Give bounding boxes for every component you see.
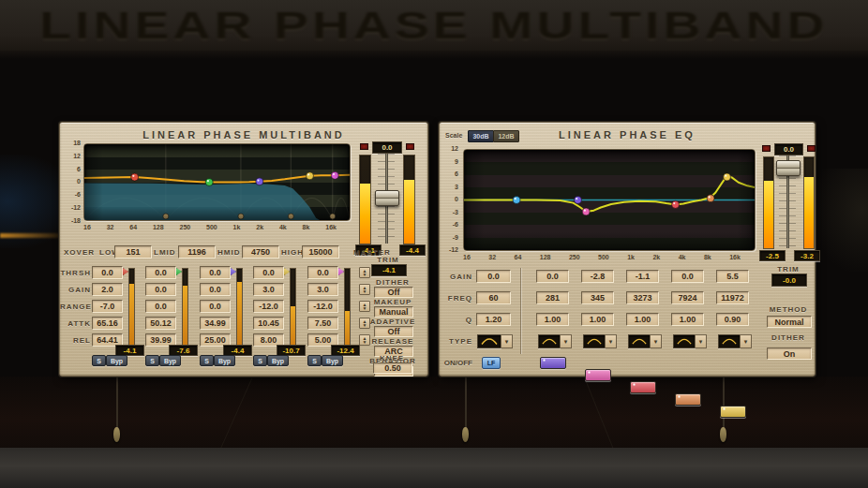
eq-response-curve[interactable] [464, 150, 755, 250]
eq-band3-q[interactable]: 1.00 [626, 313, 659, 326]
band4-solo-button[interactable]: S [253, 355, 267, 366]
eq-band1-q[interactable]: 1.00 [536, 313, 569, 326]
scale-12db-button[interactable]: 12dB [493, 130, 519, 142]
band1-bypass-button[interactable]: Byp [106, 355, 127, 366]
xover-hmid-value[interactable]: 4750 [242, 245, 279, 259]
scale-30db-button[interactable]: 30dB [468, 130, 494, 142]
eq-band1-onoff-button[interactable] [540, 357, 566, 369]
mb-graph-plot[interactable] [83, 143, 351, 221]
band2-bypass-button[interactable]: Byp [159, 355, 181, 366]
band5-solo-button[interactable]: S [307, 355, 322, 366]
eq-band3-freq[interactable]: 3273 [626, 291, 659, 304]
xover-low-value[interactable]: 151 [114, 245, 152, 259]
clip-led-left[interactable] [762, 145, 771, 152]
eq-band5-freq[interactable]: 11972 [716, 291, 749, 304]
xover-high-value[interactable]: 15000 [302, 245, 339, 259]
band3-range[interactable]: 0.0 [200, 300, 231, 313]
band3-bypass-button[interactable]: Byp [214, 355, 235, 366]
lf-gain[interactable]: 0.0 [476, 270, 511, 283]
eq-band3-type-dropdown[interactable]: ▼ [650, 334, 662, 348]
band1-attk[interactable]: 65.16 [92, 317, 123, 330]
eq-band4-q[interactable]: 1.00 [671, 313, 704, 326]
master-meter-right [403, 155, 415, 244]
eq-band2-freq[interactable]: 345 [581, 291, 614, 304]
lf-onoff-button[interactable]: LF [482, 357, 501, 369]
band1-range[interactable]: -7.0 [92, 300, 123, 313]
eq-band4-type-dropdown[interactable]: ▼ [695, 334, 707, 348]
band5-range[interactable]: -12.0 [307, 300, 338, 313]
band2-range[interactable]: 0.0 [145, 300, 176, 313]
band3-thrsh[interactable]: 0.0 [200, 266, 231, 279]
eq-band2-type-display[interactable] [583, 334, 606, 348]
clip-led-right[interactable] [406, 143, 414, 150]
lf-type-dropdown[interactable]: ▼ [501, 334, 513, 348]
mb-response-curve[interactable] [84, 144, 350, 220]
eq-band4-gain[interactable]: 0.0 [671, 270, 704, 283]
eq-band3-type-display[interactable] [628, 334, 651, 348]
xover-lmid-value[interactable]: 1196 [178, 245, 216, 259]
band4-range[interactable]: -12.0 [253, 300, 284, 313]
band5-gain[interactable]: 3.0 [307, 283, 338, 296]
master-fader-value[interactable]: 0.0 [774, 143, 803, 155]
eq-band4-freq[interactable]: 7924 [671, 291, 704, 304]
band3-solo-button[interactable]: S [200, 355, 214, 366]
eq-band4-onoff-button[interactable] [675, 393, 701, 406]
master-fader-handle[interactable] [776, 160, 801, 176]
method-button[interactable]: Normal [767, 316, 812, 328]
eq-band2-onoff-button[interactable] [585, 369, 611, 381]
band4-attk[interactable]: 10.45 [253, 317, 284, 330]
eq-band1-freq[interactable]: 281 [536, 291, 569, 304]
knee-value[interactable]: 0.50 [373, 362, 412, 374]
eq-band1-type-display[interactable] [538, 334, 561, 348]
band2-attk[interactable]: 50.12 [145, 317, 176, 330]
eq-graph-plot[interactable] [463, 149, 756, 251]
range-master-spinner[interactable]: ▲▼ [359, 301, 370, 312]
eq-band2-type-dropdown[interactable]: ▼ [605, 334, 617, 348]
eq-band1-gain[interactable]: 0.0 [536, 270, 569, 283]
eq-band5-onoff-button[interactable] [720, 406, 746, 418]
rel-master-spinner[interactable]: ▲▼ [359, 334, 370, 346]
x-tick-label: 8k [704, 254, 711, 261]
band2-thrsh[interactable]: 0.0 [145, 266, 176, 279]
band1-solo-button[interactable]: S [92, 355, 106, 366]
band1-thrsh[interactable]: 0.0 [92, 266, 123, 279]
trim-value[interactable]: -0.0 [771, 274, 807, 287]
dither-button[interactable]: Off [374, 287, 413, 298]
eq-band3-gain[interactable]: -1.1 [626, 270, 659, 283]
thrsh-master-spinner[interactable]: ▲▼ [359, 267, 370, 278]
clip-led-left[interactable] [360, 143, 368, 150]
lf-q[interactable]: 1.20 [476, 313, 511, 326]
lf-type-display[interactable] [477, 334, 501, 348]
band4-bypass-button[interactable]: Byp [267, 355, 289, 366]
master-fader-value[interactable]: 0.0 [372, 141, 402, 154]
master-fader-handle[interactable] [375, 190, 399, 206]
range-row-label: RANGE [60, 303, 91, 311]
eq-band1-type-dropdown[interactable]: ▼ [560, 334, 572, 348]
lf-freq[interactable]: 60 [476, 291, 511, 304]
band5-thrsh[interactable]: 0.0 [307, 266, 338, 279]
gain-master-spinner[interactable]: ▲▼ [359, 284, 370, 295]
eq-band5-q[interactable]: 0.90 [716, 313, 749, 326]
dither-button[interactable]: On [767, 348, 812, 360]
band4-thrsh[interactable]: 0.0 [253, 266, 284, 279]
eq-band3-onoff-button[interactable] [630, 381, 656, 393]
attk-master-spinner[interactable]: ▲▼ [359, 318, 370, 329]
makeup-button[interactable]: Manual [374, 306, 413, 318]
band3-gain[interactable]: 0.0 [200, 283, 231, 296]
band2-solo-button[interactable]: S [145, 355, 159, 366]
band2-gain[interactable]: 0.0 [145, 283, 176, 296]
band4-gain[interactable]: 3.0 [253, 283, 284, 296]
eq-band4-type-display[interactable] [673, 334, 696, 348]
eq-band2-q[interactable]: 1.00 [581, 313, 614, 326]
eq-band5-type-dropdown[interactable]: ▼ [740, 334, 752, 348]
eq-band5-type-display[interactable] [718, 334, 741, 348]
eq-band2-gain[interactable]: -2.8 [581, 270, 614, 283]
band1-gain[interactable]: 2.0 [92, 283, 123, 296]
trim-value[interactable]: -4.1 [371, 264, 407, 276]
adaptive-button[interactable]: Off [374, 326, 413, 337]
band5-bypass-button[interactable]: Byp [322, 355, 343, 366]
eq-band5-gain[interactable]: 5.5 [716, 270, 749, 283]
band5-attk[interactable]: 7.50 [307, 317, 338, 330]
clip-led-right[interactable] [807, 145, 816, 152]
band3-attk[interactable]: 34.99 [200, 317, 231, 330]
